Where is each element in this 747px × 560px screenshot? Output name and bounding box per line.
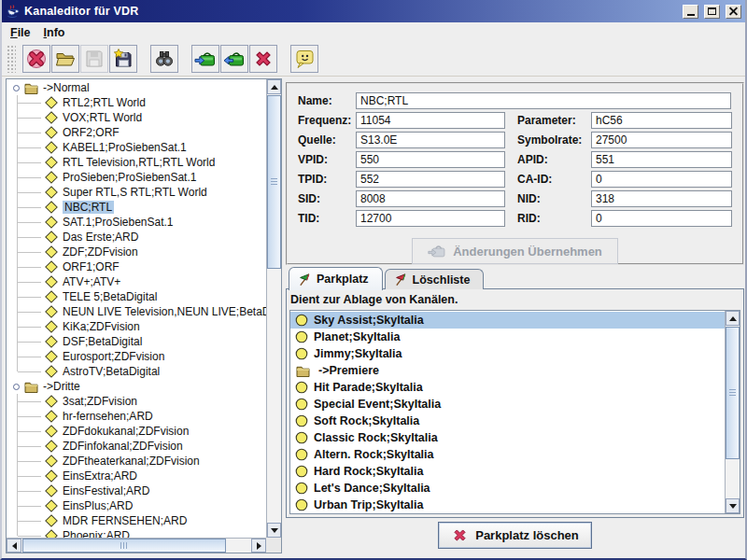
tree-item-das-erste-ard[interactable]: Das Erste;ARD [7,230,266,245]
tree-item-einsextra-ard[interactable]: EinsExtra;ARD [7,469,266,483]
channel-circle-icon [295,314,308,327]
scroll-thumb[interactable] [267,95,281,269]
park-item-sky-assist-skyitalia[interactable]: Sky Assist;SkyItalia [290,312,725,329]
tree-item-3sat-zdfvision[interactable]: 3sat;ZDFvision [7,394,266,409]
park-item-special-event-skyitalia[interactable]: Special Event;SkyItalia [290,396,725,413]
title-bar[interactable]: Kanaleditor für VDR [2,0,745,22]
tree-item-dsf-betadigital[interactable]: DSF;BetaDigital [7,334,266,349]
tab-l-schliste[interactable]: Löschliste [385,269,485,289]
menu-file[interactable]: File [8,24,36,41]
tree-item-orf2-orf[interactable]: ORF2;ORF [7,125,266,140]
scroll-down-button[interactable] [726,498,740,513]
tree-item-rtl-television-rtl-rtl-world[interactable]: RTL Television,RTL;RTL World [7,155,266,170]
tree-item-hr-fernsehen-ard[interactable]: hr-fernsehen;ARD [7,409,266,424]
move-from-parkplatz-button[interactable] [220,45,248,73]
minimize-button[interactable] [683,5,698,19]
apid-field[interactable] [591,151,732,168]
open-button[interactable] [51,45,79,73]
tree-item-prosieben-prosiebensat-1[interactable]: ProSieben;ProSiebenSat.1 [7,170,266,185]
tree-item-neun-live-television-neun-live-betadigital[interactable]: NEUN LIVE Television,NEUN LIVE;BetaDigit… [7,304,266,319]
tree-item-orf1-orf[interactable]: ORF1;ORF [7,259,266,274]
save-as-button[interactable] [109,45,137,73]
tab-parkplatz[interactable]: Parkplatz [289,267,383,290]
park-item-classic-rock-skyitalia[interactable]: Classic Rock;SkyItalia [290,429,725,446]
tree-item-label: VOX;RTL World [63,111,142,124]
find-button[interactable] [150,45,178,73]
tree-vertical-scrollbar[interactable] [266,79,281,538]
name-field[interactable] [356,92,731,109]
tree-item-eurosport-zdfvision[interactable]: Eurosport;ZDFvision [7,349,266,364]
move-to-parkplatz-button[interactable] [191,45,219,73]
scroll-up-button[interactable] [726,311,740,326]
sid-field[interactable] [356,190,505,207]
scroll-down-button[interactable] [267,523,281,538]
scroll-right-button[interactable] [251,539,266,553]
tree-item-rtl2-rtl-world[interactable]: RTL2;RTL World [7,95,266,110]
tree-item-super-rtl-s-rtl-rtl-world[interactable]: Super RTL,S RTL;RTL World [7,185,266,200]
symbolrate-label: Symbolrate: [517,133,591,147]
park-folder-premiere[interactable]: ->Premiere [290,362,725,379]
tree-horizontal-scrollbar[interactable] [7,538,266,553]
tree-item-tele-5-betadigital[interactable]: TELE 5;BetaDigital [7,289,266,304]
tpid-field[interactable] [356,171,505,188]
rid-field[interactable] [591,210,732,227]
park-item-altern-rock-skyitalia[interactable]: Altern. Rock;SkyItalia [290,446,725,463]
tree-item-vox-rtl-world[interactable]: VOX;RTL World [7,110,266,125]
toolbar-grip[interactable] [7,45,16,73]
maximize-button[interactable] [704,5,720,19]
scroll-up-button[interactable] [267,79,281,94]
close-button[interactable] [726,5,741,19]
nid-field[interactable] [591,190,732,207]
info-button[interactable] [290,45,318,73]
park-item-urban-trip-skyitalia[interactable]: Urban Trip;SkyItalia [290,497,725,513]
tpid-label: TPID: [298,173,356,186]
scroll-left-button[interactable] [7,539,21,553]
channel-diamond-icon [45,141,58,154]
exit-button[interactable] [22,45,50,73]
tree-item-kabel1-prosiebensat-1[interactable]: KABEL1;ProSiebenSat.1 [7,140,266,155]
park-item-hit-parade-skyitalia[interactable]: Hit Parade;SkyItalia [290,379,725,396]
parameter-field[interactable] [591,112,732,129]
scroll-thumb[interactable] [22,539,226,553]
tree-item-einsplus-ard[interactable]: EinsPlus;ARD [7,498,266,513]
save-button[interactable] [80,45,108,73]
tree-item-phoenix-ard[interactable]: Phoenix;ARD [7,528,266,538]
tree-item-einsfestival-ard[interactable]: EinsFestival;ARD [7,483,266,498]
park-item-planet-skyitalia[interactable]: Planet;SkyItalia [290,329,725,345]
tree-item-zdfinfokanal-zdfvision[interactable]: ZDFinfokanal;ZDFvision [7,439,266,454]
ca-id-field[interactable] [591,171,732,188]
tid-field[interactable] [356,210,505,227]
park-item-jimmy-skyitalia[interactable]: Jimmy;SkyItalia [290,345,725,362]
tree-item-zdf-zdfvision[interactable]: ZDF;ZDFvision [7,245,266,259]
tree-folder-dritte[interactable]: ->Dritte [7,379,266,394]
tree-item-label: EinsFestival;ARD [63,484,149,497]
tree-folder-normal[interactable]: ->Normal [7,80,266,95]
park-item-let-s-dance-skyitalia[interactable]: Let's Dance;SkyItalia [290,480,725,497]
expand-knob-icon[interactable] [13,384,20,390]
park-item-soft-rock-skyitalia[interactable]: Soft Rock;SkyItalia [290,413,725,429]
tab-label: Parkplatz [317,273,369,286]
scroll-thumb[interactable] [726,327,740,459]
parkplatz-scrollbar[interactable] [725,311,740,513]
tree-item-zdftheaterkanal-zdfvision[interactable]: ZDFtheaterkanal;ZDFvision [7,454,266,469]
tree-item-astrotv-betadigital[interactable]: AstroTV;BetaDigital [7,364,266,379]
delete-parkplatz-button[interactable]: Parkplatz löschen [438,522,592,549]
vpid-field[interactable] [356,151,505,168]
tab-label: Löschliste [413,273,471,287]
delete-button[interactable] [249,45,277,73]
menu-info[interactable]: Info [42,24,71,41]
tree-item-mdr-fernsehen-ard[interactable]: MDR FERNSEHEN;ARD [7,513,266,528]
symbolrate-field[interactable] [591,132,732,148]
tree-item-zdfdokukanal-zdfvision[interactable]: ZDFdokukanal;ZDFvision [7,424,266,439]
tree-item-kika-zdfvision[interactable]: KiKa;ZDFvision [7,319,266,334]
quelle-field[interactable] [356,132,505,148]
park-item-hard-rock-skyitalia[interactable]: Hard Rock;SkyItalia [290,463,725,480]
channel-diamond-icon [45,335,58,348]
tree-item-nbc-rtl[interactable]: NBC;RTL [7,200,266,215]
park-item-label: Special Event;SkyItalia [314,398,441,411]
tree-item-atv-atv[interactable]: ATV+;ATV+ [7,274,266,289]
apply-changes-button[interactable]: Änderungen Übernehmen [412,238,618,264]
expand-knob-icon[interactable] [13,85,20,91]
tree-item-sat-1-prosiebensat-1[interactable]: SAT.1;ProSiebenSat.1 [7,215,266,230]
frequenz-field[interactable] [356,112,505,129]
